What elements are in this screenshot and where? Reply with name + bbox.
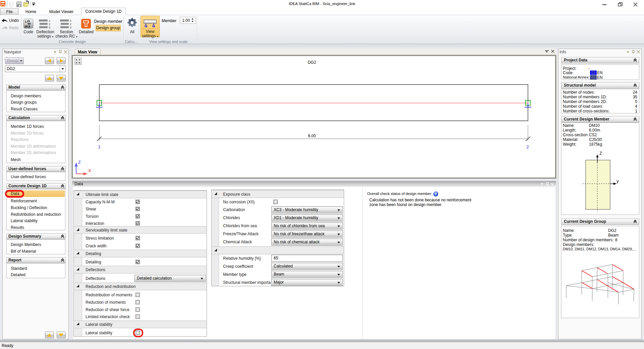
svg-text:2: 2 [70, 22, 71, 26]
svg-text:3: 3 [70, 26, 71, 29]
svg-text:y: y [616, 179, 619, 184]
svg-text:1: 1 [49, 19, 50, 22]
svg-text:2: 2 [49, 22, 50, 26]
svg-text:1: 1 [98, 144, 100, 149]
svg-text:Z: Z [599, 151, 602, 156]
svg-text:1: 1 [70, 19, 71, 22]
svg-text:25.8: 25.8 [24, 25, 30, 28]
svg-text:?: ? [435, 192, 437, 196]
svg-text:2: 2 [526, 144, 529, 149]
svg-text:X: X [88, 168, 91, 173]
svg-text:6.00: 6.00 [308, 134, 316, 138]
svg-text:Z: Z [78, 160, 81, 165]
svg-text:3: 3 [49, 26, 50, 29]
svg-text:DG2: DG2 [308, 60, 316, 65]
